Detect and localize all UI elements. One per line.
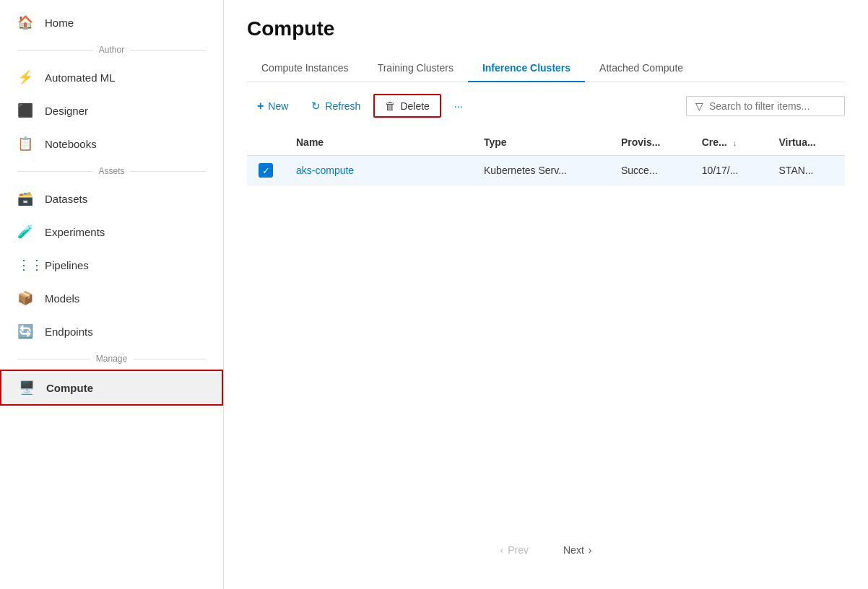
next-icon: › <box>589 544 592 556</box>
col-virtual-header[interactable]: Virtua... <box>768 129 845 156</box>
compute-icon: 🖥️ <box>19 380 35 396</box>
models-icon: 📦 <box>17 290 33 306</box>
prev-icon: ‹ <box>500 544 504 556</box>
col-type-header[interactable]: Type <box>472 129 609 156</box>
row-name-cell: aks-compute <box>285 156 472 186</box>
refresh-button-label: Refresh <box>325 100 360 112</box>
tab-attached-compute[interactable]: Attached Compute <box>585 55 698 82</box>
datasets-icon: 🗃️ <box>17 191 33 206</box>
sidebar-item-label: Automated ML <box>45 71 116 84</box>
sidebar-item-label: Datasets <box>45 193 87 205</box>
sidebar-item-label: Home <box>45 17 74 29</box>
checked-checkbox: ✓ <box>259 163 273 178</box>
main-content: Compute Compute Instances Training Clust… <box>224 0 868 589</box>
tabs-bar: Compute Instances Training Clusters Infe… <box>247 55 845 82</box>
row-name-link[interactable]: aks-compute <box>296 165 354 176</box>
automated-ml-icon: ⚡ <box>17 69 33 85</box>
sidebar-item-automated-ml[interactable]: ⚡ Automated ML <box>0 61 223 94</box>
pipelines-icon: ⋮⋮ <box>17 257 33 273</box>
new-button[interactable]: + New <box>247 95 298 117</box>
sort-icon: ↓ <box>733 139 737 147</box>
col-provisioning-header[interactable]: Provis... <box>609 129 690 156</box>
row-provisioning-cell: Succe... <box>609 156 690 186</box>
col-name-header[interactable]: Name <box>285 129 472 156</box>
experiments-icon: 🧪 <box>17 224 33 240</box>
next-label: Next <box>563 544 584 556</box>
col-checkbox-header <box>247 129 285 156</box>
more-icon: ··· <box>454 100 463 112</box>
sidebar-item-label: Experiments <box>45 226 105 238</box>
new-button-label: New <box>268 100 288 112</box>
sidebar-item-label: Compute <box>46 382 93 394</box>
page-title: Compute <box>247 17 845 40</box>
refresh-button[interactable]: ↻ Refresh <box>301 95 370 117</box>
table-row[interactable]: ✓ aks-compute Kubernetes Serv... Succe..… <box>247 156 845 186</box>
row-virtual-cell: STAN... <box>768 156 845 186</box>
sidebar-item-models[interactable]: 📦 Models <box>0 282 223 315</box>
sidebar-item-label: Pipelines <box>45 259 89 271</box>
tab-inference-clusters[interactable]: Inference Clusters <box>468 55 585 82</box>
sidebar-item-home[interactable]: 🏠 Home <box>0 6 223 39</box>
prev-label: Prev <box>508 544 529 556</box>
tab-training-clusters[interactable]: Training Clusters <box>363 55 468 82</box>
search-input[interactable] <box>709 100 836 112</box>
prev-button[interactable]: ‹ Prev <box>492 540 537 560</box>
sidebar-divider-assets: Assets <box>0 160 223 182</box>
sidebar-item-datasets[interactable]: 🗃️ Datasets <box>0 182 223 215</box>
table-header-row: Name Type Provis... Cre... ↓ Virtua... <box>247 129 845 156</box>
delete-button-label: Delete <box>400 100 429 112</box>
row-checkbox-cell[interactable]: ✓ <box>247 156 285 186</box>
sidebar-item-label: Models <box>45 292 79 305</box>
delete-button[interactable]: 🗑 Delete <box>373 94 440 118</box>
search-box[interactable]: ▽ <box>686 96 845 116</box>
sidebar-item-notebooks[interactable]: 📋 Notebooks <box>0 127 223 160</box>
designer-icon: ⬛ <box>17 102 33 118</box>
home-icon: 🏠 <box>17 14 33 30</box>
search-icon: ▽ <box>695 100 703 112</box>
col-created-header[interactable]: Cre... ↓ <box>690 129 768 156</box>
sidebar: 🏠 Home Author ⚡ Automated ML ⬛ Designer … <box>0 0 224 589</box>
delete-icon: 🗑 <box>385 100 396 112</box>
sidebar-item-experiments[interactable]: 🧪 Experiments <box>0 215 223 248</box>
endpoints-icon: 🔄 <box>17 323 33 339</box>
sidebar-divider-manage: Manage <box>0 348 223 370</box>
compute-table: Name Type Provis... Cre... ↓ Virtua... ✓ <box>247 129 845 186</box>
row-type-cell: Kubernetes Serv... <box>472 156 609 186</box>
sidebar-item-label: Designer <box>45 105 88 117</box>
sidebar-item-pipelines[interactable]: ⋮⋮ Pipelines <box>0 248 223 282</box>
tab-compute-instances[interactable]: Compute Instances <box>247 55 363 82</box>
pagination: ‹ Prev Next › <box>247 528 845 572</box>
notebooks-icon: 📋 <box>17 136 33 152</box>
sidebar-item-label: Notebooks <box>45 138 97 150</box>
table-container: Name Type Provis... Cre... ↓ Virtua... ✓ <box>247 129 845 528</box>
sidebar-item-label: Endpoints <box>45 326 93 338</box>
sidebar-divider-author: Author <box>0 39 223 61</box>
sidebar-item-compute[interactable]: 🖥️ Compute <box>0 370 223 406</box>
next-button[interactable]: Next › <box>555 540 600 560</box>
sidebar-item-endpoints[interactable]: 🔄 Endpoints <box>0 315 223 348</box>
row-created-cell: 10/17/... <box>690 156 768 186</box>
toolbar: + New ↻ Refresh 🗑 Delete ··· ▽ <box>247 94 845 118</box>
sidebar-item-designer[interactable]: ⬛ Designer <box>0 94 223 127</box>
plus-icon: + <box>257 100 264 113</box>
more-button[interactable]: ··· <box>444 96 473 116</box>
refresh-icon: ↻ <box>311 100 321 113</box>
